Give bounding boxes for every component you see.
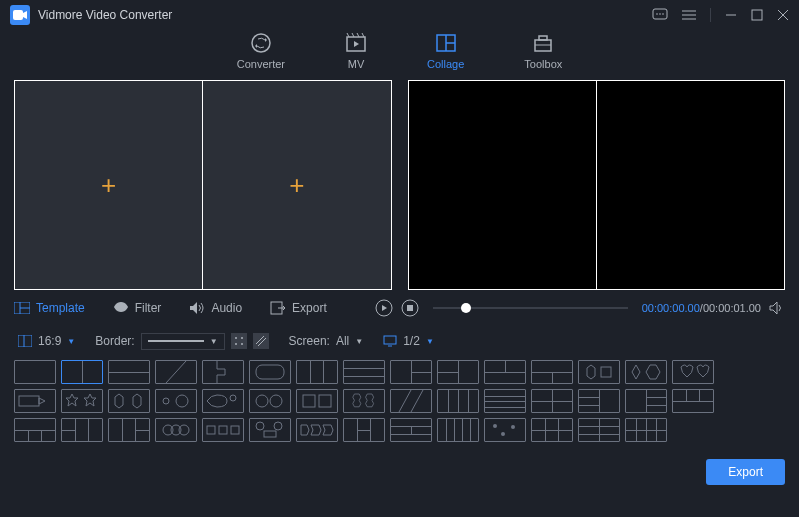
template-thumb[interactable] xyxy=(578,389,620,413)
template-thumb[interactable] xyxy=(578,418,620,442)
menu-icon[interactable] xyxy=(682,9,696,21)
chevron-down-icon: ▼ xyxy=(355,337,363,346)
template-thumb[interactable] xyxy=(343,389,385,413)
template-thumb[interactable] xyxy=(202,389,244,413)
play-icon[interactable] xyxy=(375,299,393,317)
svg-point-77 xyxy=(511,425,515,429)
template-thumb[interactable] xyxy=(249,360,291,384)
template-thumb[interactable] xyxy=(296,389,338,413)
template-thumb[interactable] xyxy=(578,360,620,384)
template-thumb[interactable] xyxy=(108,389,150,413)
svg-point-58 xyxy=(256,395,268,407)
minimize-icon[interactable] xyxy=(725,9,737,21)
template-icon xyxy=(14,301,30,315)
svg-marker-51 xyxy=(66,394,78,406)
svg-rect-9 xyxy=(752,10,762,20)
template-thumb[interactable] xyxy=(202,360,244,384)
svg-rect-31 xyxy=(407,305,413,311)
nav-toolbox[interactable]: Toolbox xyxy=(524,32,562,70)
progress-slider[interactable] xyxy=(433,307,628,309)
template-thumb[interactable] xyxy=(14,389,56,413)
template-thumb[interactable] xyxy=(531,389,573,413)
template-thumb[interactable] xyxy=(437,389,479,413)
screen-select[interactable]: Screen: All ▼ xyxy=(289,334,364,348)
template-thumb[interactable] xyxy=(296,418,338,442)
tab-export[interactable]: Export xyxy=(270,301,327,315)
tab-audio[interactable]: Audio xyxy=(189,301,242,315)
svg-line-63 xyxy=(411,390,423,412)
preview-slot-1 xyxy=(409,81,596,289)
template-thumb[interactable] xyxy=(61,360,103,384)
template-thumb[interactable] xyxy=(484,389,526,413)
stop-icon[interactable] xyxy=(401,299,419,317)
nav-mv[interactable]: MV xyxy=(345,32,367,70)
border-hatch-icon[interactable] xyxy=(253,333,269,349)
audio-icon xyxy=(189,301,205,315)
collage-editor: + + xyxy=(14,80,392,290)
tab-filter[interactable]: Filter xyxy=(113,301,162,315)
template-thumb[interactable] xyxy=(155,360,197,384)
svg-point-38 xyxy=(241,343,243,345)
template-thumb[interactable] xyxy=(672,389,714,413)
svg-rect-72 xyxy=(264,431,276,437)
feedback-icon[interactable] xyxy=(652,8,668,22)
svg-marker-52 xyxy=(84,394,96,406)
maximize-icon[interactable] xyxy=(751,9,763,21)
app-logo-icon xyxy=(10,5,30,25)
template-thumb[interactable] xyxy=(61,389,103,413)
svg-rect-0 xyxy=(13,10,23,20)
svg-rect-69 xyxy=(231,426,239,434)
template-thumb[interactable] xyxy=(155,418,197,442)
template-thumb[interactable] xyxy=(343,360,385,384)
template-thumb[interactable] xyxy=(625,389,667,413)
svg-marker-50 xyxy=(39,398,45,404)
template-thumb[interactable] xyxy=(484,360,526,384)
nav-converter[interactable]: Converter xyxy=(237,32,285,70)
border-dots-icon[interactable] xyxy=(231,333,247,349)
ratio-select[interactable]: 16:9 ▼ xyxy=(18,334,75,348)
collage-slot-2[interactable]: + xyxy=(202,81,390,289)
svg-rect-41 xyxy=(384,336,396,344)
app-title: Vidmore Video Converter xyxy=(38,8,172,22)
template-thumb[interactable] xyxy=(390,418,432,442)
template-thumb[interactable] xyxy=(14,418,56,442)
template-thumb[interactable] xyxy=(484,418,526,442)
svg-rect-60 xyxy=(303,395,315,407)
template-thumb[interactable] xyxy=(390,389,432,413)
screen-icon xyxy=(383,335,397,347)
template-thumb[interactable] xyxy=(108,418,150,442)
template-thumb[interactable] xyxy=(390,360,432,384)
collage-slot-1[interactable]: + xyxy=(15,81,202,289)
template-thumb[interactable] xyxy=(249,418,291,442)
template-thumb[interactable] xyxy=(625,360,667,384)
template-thumb[interactable] xyxy=(155,389,197,413)
export-button[interactable]: Export xyxy=(706,459,785,485)
volume-icon[interactable] xyxy=(769,301,785,315)
nav-collage[interactable]: Collage xyxy=(427,32,464,70)
svg-marker-16 xyxy=(354,41,359,47)
template-thumb[interactable] xyxy=(437,418,479,442)
template-thumb[interactable] xyxy=(625,418,667,442)
svg-point-76 xyxy=(493,424,497,428)
svg-rect-33 xyxy=(18,335,32,347)
template-thumb[interactable] xyxy=(108,360,150,384)
template-thumb[interactable] xyxy=(14,360,56,384)
svg-rect-67 xyxy=(207,426,215,434)
svg-marker-73 xyxy=(301,425,309,435)
template-thumb[interactable] xyxy=(672,360,714,384)
template-thumb[interactable] xyxy=(249,389,291,413)
template-thumb[interactable] xyxy=(202,418,244,442)
template-thumb[interactable] xyxy=(531,360,573,384)
template-thumb[interactable] xyxy=(61,418,103,442)
template-thumb[interactable] xyxy=(343,418,385,442)
template-thumb[interactable] xyxy=(531,418,573,442)
template-thumb[interactable] xyxy=(296,360,338,384)
svg-marker-13 xyxy=(265,38,267,42)
svg-rect-21 xyxy=(539,36,547,40)
page-select[interactable]: 1/2 ▼ xyxy=(383,334,434,348)
border-style-select[interactable]: ▼ xyxy=(141,333,225,350)
tab-template[interactable]: Template xyxy=(14,301,85,315)
close-icon[interactable] xyxy=(777,9,789,21)
preview-panel xyxy=(408,80,786,290)
template-thumb[interactable] xyxy=(437,360,479,384)
